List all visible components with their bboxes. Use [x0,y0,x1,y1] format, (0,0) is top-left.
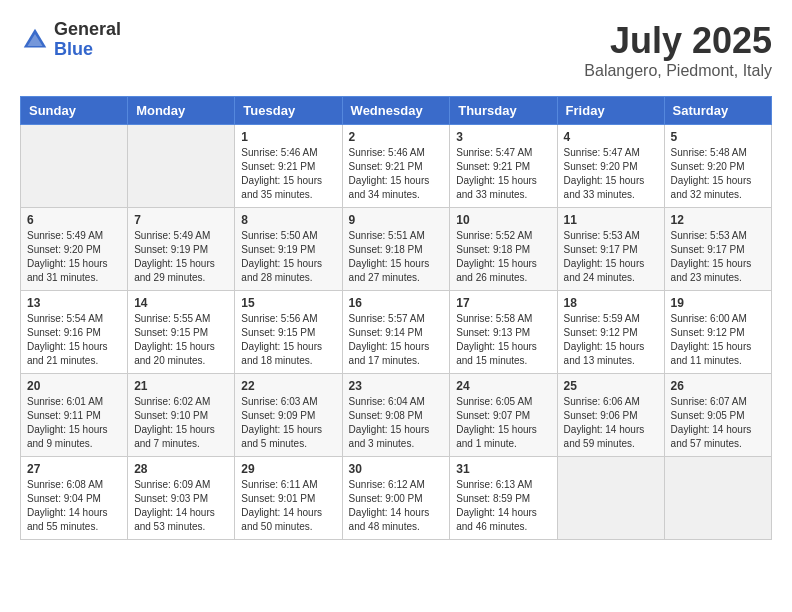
calendar-cell: 1Sunrise: 5:46 AM Sunset: 9:21 PM Daylig… [235,125,342,208]
day-number: 15 [241,296,335,310]
page-header: General Blue July 2025 Balangero, Piedmo… [20,20,772,80]
day-info: Sunrise: 5:50 AM Sunset: 9:19 PM Dayligh… [241,229,335,285]
calendar-cell: 10Sunrise: 5:52 AM Sunset: 9:18 PM Dayli… [450,208,557,291]
day-number: 3 [456,130,550,144]
calendar-cell: 9Sunrise: 5:51 AM Sunset: 9:18 PM Daylig… [342,208,450,291]
day-info: Sunrise: 6:12 AM Sunset: 9:00 PM Dayligh… [349,478,444,534]
location: Balangero, Piedmont, Italy [584,62,772,80]
calendar-cell: 22Sunrise: 6:03 AM Sunset: 9:09 PM Dayli… [235,374,342,457]
day-number: 5 [671,130,765,144]
day-info: Sunrise: 6:05 AM Sunset: 9:07 PM Dayligh… [456,395,550,451]
day-info: Sunrise: 5:48 AM Sunset: 9:20 PM Dayligh… [671,146,765,202]
day-info: Sunrise: 5:53 AM Sunset: 9:17 PM Dayligh… [564,229,658,285]
day-number: 7 [134,213,228,227]
day-info: Sunrise: 6:07 AM Sunset: 9:05 PM Dayligh… [671,395,765,451]
day-number: 17 [456,296,550,310]
day-number: 2 [349,130,444,144]
day-number: 16 [349,296,444,310]
weekday-header-saturday: Saturday [664,97,771,125]
day-info: Sunrise: 5:59 AM Sunset: 9:12 PM Dayligh… [564,312,658,368]
calendar-cell [21,125,128,208]
day-info: Sunrise: 5:58 AM Sunset: 9:13 PM Dayligh… [456,312,550,368]
calendar-cell: 24Sunrise: 6:05 AM Sunset: 9:07 PM Dayli… [450,374,557,457]
calendar-cell: 21Sunrise: 6:02 AM Sunset: 9:10 PM Dayli… [128,374,235,457]
day-number: 31 [456,462,550,476]
day-info: Sunrise: 5:49 AM Sunset: 9:19 PM Dayligh… [134,229,228,285]
calendar-cell: 14Sunrise: 5:55 AM Sunset: 9:15 PM Dayli… [128,291,235,374]
day-number: 8 [241,213,335,227]
day-number: 13 [27,296,121,310]
day-info: Sunrise: 6:08 AM Sunset: 9:04 PM Dayligh… [27,478,121,534]
calendar-cell: 17Sunrise: 5:58 AM Sunset: 9:13 PM Dayli… [450,291,557,374]
calendar-cell: 26Sunrise: 6:07 AM Sunset: 9:05 PM Dayli… [664,374,771,457]
calendar-week-3: 13Sunrise: 5:54 AM Sunset: 9:16 PM Dayli… [21,291,772,374]
title-block: July 2025 Balangero, Piedmont, Italy [584,20,772,80]
day-info: Sunrise: 5:53 AM Sunset: 9:17 PM Dayligh… [671,229,765,285]
calendar-cell: 30Sunrise: 6:12 AM Sunset: 9:00 PM Dayli… [342,457,450,540]
calendar-week-5: 27Sunrise: 6:08 AM Sunset: 9:04 PM Dayli… [21,457,772,540]
day-info: Sunrise: 6:06 AM Sunset: 9:06 PM Dayligh… [564,395,658,451]
weekday-header-tuesday: Tuesday [235,97,342,125]
calendar-cell: 13Sunrise: 5:54 AM Sunset: 9:16 PM Dayli… [21,291,128,374]
calendar-cell: 18Sunrise: 5:59 AM Sunset: 9:12 PM Dayli… [557,291,664,374]
calendar-cell: 7Sunrise: 5:49 AM Sunset: 9:19 PM Daylig… [128,208,235,291]
calendar-cell: 8Sunrise: 5:50 AM Sunset: 9:19 PM Daylig… [235,208,342,291]
day-info: Sunrise: 5:46 AM Sunset: 9:21 PM Dayligh… [349,146,444,202]
day-info: Sunrise: 6:01 AM Sunset: 9:11 PM Dayligh… [27,395,121,451]
day-number: 20 [27,379,121,393]
calendar-cell [557,457,664,540]
calendar-cell: 20Sunrise: 6:01 AM Sunset: 9:11 PM Dayli… [21,374,128,457]
logo-general: General [54,20,121,40]
month-year: July 2025 [584,20,772,62]
day-info: Sunrise: 5:54 AM Sunset: 9:16 PM Dayligh… [27,312,121,368]
day-number: 29 [241,462,335,476]
weekday-header-monday: Monday [128,97,235,125]
calendar-cell: 29Sunrise: 6:11 AM Sunset: 9:01 PM Dayli… [235,457,342,540]
day-info: Sunrise: 5:52 AM Sunset: 9:18 PM Dayligh… [456,229,550,285]
day-number: 23 [349,379,444,393]
day-number: 24 [456,379,550,393]
day-info: Sunrise: 6:02 AM Sunset: 9:10 PM Dayligh… [134,395,228,451]
weekday-header-thursday: Thursday [450,97,557,125]
logo: General Blue [20,20,121,60]
day-number: 14 [134,296,228,310]
day-number: 4 [564,130,658,144]
day-number: 12 [671,213,765,227]
day-number: 6 [27,213,121,227]
day-info: Sunrise: 5:47 AM Sunset: 9:20 PM Dayligh… [564,146,658,202]
day-info: Sunrise: 5:49 AM Sunset: 9:20 PM Dayligh… [27,229,121,285]
logo-text: General Blue [54,20,121,60]
calendar-cell: 27Sunrise: 6:08 AM Sunset: 9:04 PM Dayli… [21,457,128,540]
day-number: 25 [564,379,658,393]
day-number: 11 [564,213,658,227]
calendar-cell [664,457,771,540]
calendar-cell: 4Sunrise: 5:47 AM Sunset: 9:20 PM Daylig… [557,125,664,208]
day-number: 28 [134,462,228,476]
day-number: 27 [27,462,121,476]
calendar-cell: 28Sunrise: 6:09 AM Sunset: 9:03 PM Dayli… [128,457,235,540]
weekday-header-sunday: Sunday [21,97,128,125]
day-number: 19 [671,296,765,310]
calendar-cell: 2Sunrise: 5:46 AM Sunset: 9:21 PM Daylig… [342,125,450,208]
day-info: Sunrise: 6:03 AM Sunset: 9:09 PM Dayligh… [241,395,335,451]
day-number: 26 [671,379,765,393]
day-info: Sunrise: 5:57 AM Sunset: 9:14 PM Dayligh… [349,312,444,368]
day-number: 9 [349,213,444,227]
calendar-week-4: 20Sunrise: 6:01 AM Sunset: 9:11 PM Dayli… [21,374,772,457]
calendar-cell: 15Sunrise: 5:56 AM Sunset: 9:15 PM Dayli… [235,291,342,374]
day-number: 10 [456,213,550,227]
calendar-cell: 12Sunrise: 5:53 AM Sunset: 9:17 PM Dayli… [664,208,771,291]
calendar-week-1: 1Sunrise: 5:46 AM Sunset: 9:21 PM Daylig… [21,125,772,208]
day-info: Sunrise: 6:11 AM Sunset: 9:01 PM Dayligh… [241,478,335,534]
calendar-cell: 23Sunrise: 6:04 AM Sunset: 9:08 PM Dayli… [342,374,450,457]
day-info: Sunrise: 6:04 AM Sunset: 9:08 PM Dayligh… [349,395,444,451]
day-info: Sunrise: 6:09 AM Sunset: 9:03 PM Dayligh… [134,478,228,534]
day-info: Sunrise: 5:46 AM Sunset: 9:21 PM Dayligh… [241,146,335,202]
day-info: Sunrise: 5:51 AM Sunset: 9:18 PM Dayligh… [349,229,444,285]
calendar-cell: 31Sunrise: 6:13 AM Sunset: 8:59 PM Dayli… [450,457,557,540]
day-info: Sunrise: 5:55 AM Sunset: 9:15 PM Dayligh… [134,312,228,368]
calendar-cell: 11Sunrise: 5:53 AM Sunset: 9:17 PM Dayli… [557,208,664,291]
day-info: Sunrise: 6:13 AM Sunset: 8:59 PM Dayligh… [456,478,550,534]
calendar-cell: 6Sunrise: 5:49 AM Sunset: 9:20 PM Daylig… [21,208,128,291]
calendar-cell [128,125,235,208]
